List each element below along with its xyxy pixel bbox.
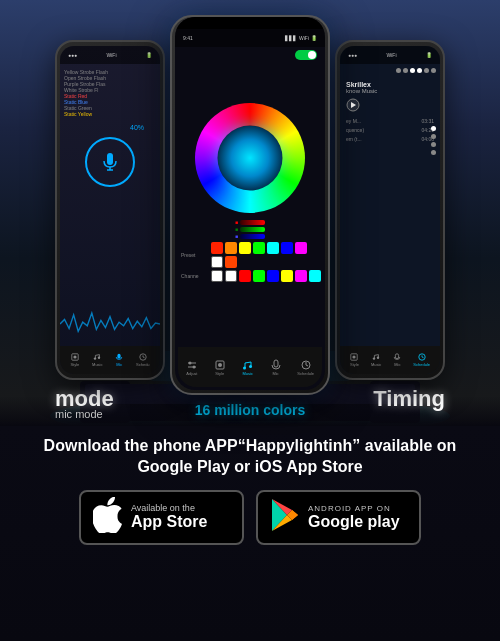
- swatch-blue[interactable]: [281, 242, 293, 254]
- nav-schedule-center[interactable]: Schedule: [297, 359, 314, 376]
- nav-music: Music: [92, 353, 102, 367]
- nav-mic-center[interactable]: Mic: [270, 359, 282, 376]
- ch-swatch-4[interactable]: [253, 270, 265, 282]
- swatch-red[interactable]: [211, 242, 223, 254]
- ch-swatch-3[interactable]: [239, 270, 251, 282]
- waveform: [60, 304, 160, 344]
- right-nav-music: Music: [371, 353, 381, 367]
- ch-swatch-7[interactable]: [295, 270, 307, 282]
- right-nav: Style Music Mic Schedule: [340, 346, 440, 374]
- svg-line-10: [143, 357, 145, 358]
- track-list: ey M...03:31 quence)04:21 em (t...04:06: [346, 118, 434, 142]
- svg-rect-7: [118, 354, 121, 359]
- svg-line-22: [306, 365, 308, 366]
- nav-schedule: Schedu: [136, 353, 150, 367]
- color-wheel-center: [218, 126, 283, 191]
- google-play-icon: [270, 498, 300, 536]
- svg-point-12: [188, 361, 191, 364]
- play-button[interactable]: [346, 98, 360, 112]
- ch-swatch-5[interactable]: [267, 270, 279, 282]
- right-status-bar: ●●●WiFi🔋: [340, 46, 440, 64]
- swatch-orange[interactable]: [225, 242, 237, 254]
- google-play-button[interactable]: ANDROID APP ON Google play: [256, 490, 421, 545]
- preset-row-2: Channe: [175, 270, 325, 282]
- toggle-row: [175, 47, 325, 63]
- mic-icon: [102, 152, 118, 172]
- svg-point-26: [353, 355, 356, 358]
- color-indicators: ■ ■ ■: [175, 219, 325, 239]
- right-nav-mic: Mic: [393, 353, 401, 367]
- right-nav-style: Style: [350, 353, 359, 367]
- apple-icon: [93, 497, 123, 537]
- artist-info: Skrillex know Music ey M..: [340, 77, 440, 149]
- swatch-cyan[interactable]: [267, 242, 279, 254]
- svg-point-28: [377, 357, 379, 359]
- right-phone: ●●●WiFi🔋 Skrillex know Music: [335, 40, 445, 380]
- center-screen: 9:41 ▋▋▋ WiFi 🔋: [175, 17, 325, 390]
- store-buttons: Available on the App Store ANDROID: [79, 490, 421, 545]
- color-wheel-area[interactable]: [175, 103, 325, 213]
- swatch-magenta[interactable]: [295, 242, 307, 254]
- app-store-text: Available on the App Store: [131, 503, 207, 531]
- strobe-list: Yellow Strobe Flash Open Strobe Flash Pu…: [64, 69, 156, 117]
- nav-music-center[interactable]: Music: [242, 359, 254, 376]
- swatch-yellow[interactable]: [239, 242, 251, 254]
- svg-rect-19: [274, 360, 278, 367]
- center-status-bar: 9:41 ▋▋▋ WiFi 🔋: [175, 29, 325, 47]
- svg-line-32: [422, 357, 424, 358]
- notch-area: [175, 17, 325, 29]
- left-status-bar: ●●●WiFi🔋: [60, 46, 160, 64]
- left-screen-content: Yellow Strobe Flash Open Strobe Flash Pu…: [60, 64, 160, 207]
- nav-mic[interactable]: Mic: [115, 353, 123, 367]
- swatch-deep-orange[interactable]: [225, 256, 237, 268]
- bottom-section: Download the phone APP“Happylightinh” av…: [0, 426, 500, 641]
- right-dots: [431, 126, 436, 155]
- svg-point-16: [218, 363, 222, 367]
- mic-circle-wrapper: 40%: [64, 122, 156, 202]
- app-store-button[interactable]: Available on the App Store: [79, 490, 244, 545]
- main-container: ●●●WiFi🔋 Yellow Strobe Flash Open Strobe…: [0, 0, 500, 641]
- color-wheel[interactable]: [195, 103, 305, 213]
- left-phone: ●●●WiFi🔋 Yellow Strobe Flash Open Strobe…: [55, 40, 165, 380]
- left-mode-label: mode mic mode: [55, 386, 165, 420]
- ch-swatch-8[interactable]: [309, 270, 321, 282]
- swatch-green[interactable]: [253, 242, 265, 254]
- nav-style: Style: [70, 353, 79, 367]
- ch-swatch-6[interactable]: [281, 270, 293, 282]
- right-nav-schedule[interactable]: Schedule: [413, 353, 430, 367]
- app-download-text: Download the phone APP“Happylightinh” av…: [0, 436, 500, 478]
- mic-percent: 40%: [130, 124, 144, 131]
- center-phone: 9:41 ▋▋▋ WiFi 🔋: [170, 15, 330, 395]
- right-mode-label: Timing: [335, 386, 445, 412]
- nav-style-center[interactable]: Style: [214, 359, 226, 376]
- mic-circle: [85, 137, 135, 187]
- center-nav: Adjust Style Music Mic: [178, 347, 322, 387]
- play-controls: [346, 98, 434, 112]
- timing-dots: [340, 64, 440, 77]
- left-nav: Style Music Mic Schedu: [60, 346, 160, 374]
- swatch-white[interactable]: [211, 256, 223, 268]
- svg-point-27: [373, 357, 375, 359]
- svg-point-6: [98, 357, 100, 359]
- svg-point-17: [243, 366, 246, 369]
- svg-point-5: [94, 357, 96, 359]
- svg-rect-29: [396, 354, 399, 359]
- svg-point-4: [73, 355, 76, 358]
- preset-row-1: Preset: [175, 242, 325, 268]
- million-colors-label: 16 million colors: [170, 401, 330, 419]
- ch-swatch-1[interactable]: [211, 270, 223, 282]
- phones-area: ●●●WiFi🔋 Yellow Strobe Flash Open Strobe…: [0, 10, 500, 430]
- svg-point-14: [192, 365, 195, 368]
- nav-adjust[interactable]: Adjust: [186, 359, 198, 376]
- ch-swatch-2[interactable]: [225, 270, 237, 282]
- google-play-text: ANDROID APP ON Google play: [308, 504, 400, 531]
- svg-point-18: [249, 365, 252, 368]
- svg-rect-0: [107, 153, 113, 165]
